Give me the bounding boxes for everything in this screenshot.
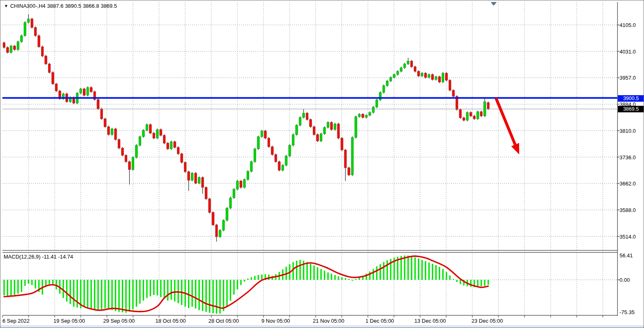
price-tick: 3514.0 xyxy=(620,234,636,240)
date-tick: 19 Sep 05:00 xyxy=(53,318,85,324)
date-tick: 18 Oct 05:00 xyxy=(155,318,186,324)
tick-direction-down-icon: ▼ xyxy=(4,4,8,8)
main-chart-area[interactable] xyxy=(2,2,617,250)
price-tick: 3662.0 xyxy=(620,181,636,187)
close-value: 3869.5 xyxy=(101,3,117,9)
price-tick: 4105.0 xyxy=(620,22,636,28)
macd-tick: 0.00 xyxy=(620,277,630,283)
current-price-badge: 3869.5 xyxy=(618,106,644,112)
date-tick: 29 Sep 05:00 xyxy=(103,318,135,324)
macd-tick: -75.35 xyxy=(620,309,635,315)
symbol-label: CHINA300-,H4 xyxy=(10,3,46,9)
price-tick: 4031.0 xyxy=(620,49,636,55)
price-tick: 3957.0 xyxy=(620,75,636,81)
date-tick: 21 Nov 05:00 xyxy=(313,318,344,324)
level-line-price-badge: 3900.5 xyxy=(618,95,644,102)
chart-title: ▼CHINA300-,H43887.63890.53866.83869.5 xyxy=(4,3,117,9)
low-value: 3866.8 xyxy=(83,3,99,9)
macd-values: -11.41 -14.74 xyxy=(42,254,73,260)
macd-indicator-label: MACD(12,26,9) -11.41 -14.74 xyxy=(4,254,73,260)
date-tick: 1 Dec 05:00 xyxy=(365,318,394,324)
price-tick: 3588.0 xyxy=(620,207,636,213)
date-tick: 6 Sep 2022 xyxy=(2,318,30,324)
date-tick: 28 Oct 05:00 xyxy=(208,318,239,324)
high-value: 3890.5 xyxy=(65,3,81,9)
date-tick: 13 Dec 05:00 xyxy=(414,318,446,324)
panel-splitter[interactable] xyxy=(2,250,617,252)
price-tick: 3810.0 xyxy=(620,128,636,134)
macd-indicator-panel[interactable] xyxy=(2,252,617,315)
chart-window: { "header": {"tick_icon":"▼","symbol":"C… xyxy=(0,0,644,328)
price-tick: 3736.0 xyxy=(620,154,636,161)
date-tick: 9 Nov 05:00 xyxy=(261,318,290,324)
open-value: 3887.6 xyxy=(47,3,64,9)
date-tick: 23 Dec 05:00 xyxy=(471,318,503,324)
macd-name: MACD(12,26,9) xyxy=(4,254,40,260)
macd-tick: 56.41 xyxy=(620,252,633,259)
